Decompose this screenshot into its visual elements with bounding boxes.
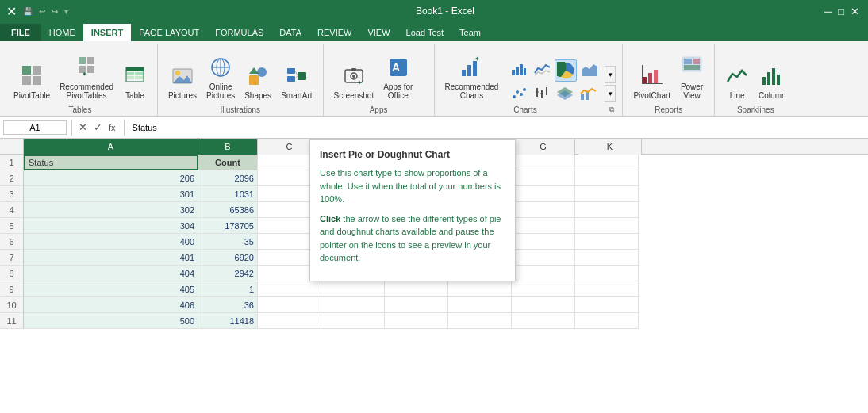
pie-chart-btn[interactable] xyxy=(555,59,577,82)
line-chart-small-btn[interactable] xyxy=(532,59,552,82)
bar-chart-btn[interactable] xyxy=(509,59,529,82)
pivot-chart-btn[interactable]: PivotChart xyxy=(629,62,674,102)
confirm-formula-btn[interactable]: ✓ xyxy=(92,121,104,133)
cell-g7[interactable] xyxy=(512,250,575,266)
cell-e9[interactable] xyxy=(385,281,448,297)
scatter-chart-btn[interactable] xyxy=(509,83,529,102)
cell-a5[interactable]: 304 xyxy=(24,218,198,234)
tab-team[interactable]: Team xyxy=(451,24,489,41)
quick-access-save[interactable]: 💾 xyxy=(23,7,33,16)
cell-g4[interactable] xyxy=(512,202,575,218)
cell-f9[interactable] xyxy=(448,281,512,297)
cell-b6[interactable]: 35 xyxy=(198,234,258,250)
cell-g3[interactable] xyxy=(512,186,575,202)
table-btn[interactable]: Table xyxy=(119,62,151,102)
charts-group-expand-icon[interactable]: ⧉ xyxy=(609,105,614,114)
tab-file[interactable]: FILE xyxy=(0,24,41,41)
cell-a7[interactable]: 401 xyxy=(24,250,198,266)
cell-b4[interactable]: 65386 xyxy=(198,202,258,218)
cell-a9[interactable]: 405 xyxy=(24,281,198,297)
cell-c11[interactable] xyxy=(258,313,321,329)
tab-formulas[interactable]: FORMULAS xyxy=(207,24,271,41)
redo-icon[interactable]: ↪ xyxy=(52,7,58,16)
cell-b2[interactable]: 2096 xyxy=(198,170,258,186)
cell-k4[interactable] xyxy=(575,202,639,218)
name-box[interactable] xyxy=(3,120,67,135)
cell-c10[interactable] xyxy=(258,297,321,313)
cell-a10[interactable]: 406 xyxy=(24,297,198,313)
cell-g9[interactable] xyxy=(512,281,575,297)
cell-k10[interactable] xyxy=(575,297,639,313)
smartart-btn[interactable]: SmartArt xyxy=(277,63,316,102)
cell-b9[interactable]: 1 xyxy=(198,281,258,297)
stock-chart-btn[interactable] xyxy=(532,83,552,102)
column-sparkline-btn[interactable]: Column xyxy=(755,62,789,102)
cell-f10[interactable] xyxy=(448,297,512,313)
cell-g1[interactable] xyxy=(512,155,575,170)
recommended-charts-btn[interactable]: ✦ RecommendedCharts xyxy=(441,53,503,102)
pivot-table-btn[interactable]: PivotTable xyxy=(10,62,54,102)
cell-k9[interactable] xyxy=(575,281,639,297)
cell-g6[interactable] xyxy=(512,234,575,250)
tab-load-test[interactable]: Load Test xyxy=(398,24,452,41)
cell-a2[interactable]: 206 xyxy=(24,170,198,186)
minimize-btn[interactable]: ─ xyxy=(822,5,834,18)
cell-g2[interactable] xyxy=(512,170,575,186)
cell-b8[interactable]: 2942 xyxy=(198,266,258,281)
area-chart-btn[interactable] xyxy=(579,59,600,82)
combo-chart-btn[interactable] xyxy=(578,83,598,102)
cell-g11[interactable] xyxy=(512,313,575,329)
cell-a11[interactable]: 500 xyxy=(24,313,198,329)
col-header-g[interactable]: G xyxy=(512,139,575,155)
surface-chart-btn[interactable] xyxy=(555,83,575,102)
cell-f11[interactable] xyxy=(448,313,512,329)
cell-b7[interactable]: 6920 xyxy=(198,250,258,266)
cancel-formula-btn[interactable]: ✕ xyxy=(77,121,89,133)
shapes-btn[interactable]: Shapes xyxy=(240,63,275,102)
cell-b11[interactable]: 11418 xyxy=(198,313,258,329)
line-sparkline-btn[interactable]: Line xyxy=(721,62,753,102)
undo-icon[interactable]: ↩ xyxy=(39,7,45,16)
charts-expand-btn[interactable]: ▾ xyxy=(605,66,616,83)
screenshot-btn[interactable]: + Screenshot xyxy=(330,63,378,102)
cell-a8[interactable]: 404 xyxy=(24,266,198,281)
cell-k7[interactable] xyxy=(575,250,639,266)
cell-c9[interactable] xyxy=(258,281,321,297)
col-header-b[interactable]: B xyxy=(198,139,258,155)
cell-k3[interactable] xyxy=(575,186,639,202)
cell-k6[interactable] xyxy=(575,234,639,250)
cell-k5[interactable] xyxy=(575,218,639,234)
formula-input[interactable] xyxy=(131,121,865,134)
cell-b10[interactable]: 36 xyxy=(198,297,258,313)
close-btn[interactable]: ✕ xyxy=(848,5,862,18)
cell-d9[interactable] xyxy=(321,281,385,297)
online-pictures-btn[interactable]: OnlinePictures xyxy=(202,55,239,102)
cell-k8[interactable] xyxy=(575,266,639,281)
cell-g5[interactable] xyxy=(512,218,575,234)
cell-b5[interactable]: 178705 xyxy=(198,218,258,234)
power-view-btn[interactable]: PowerView xyxy=(676,53,708,102)
recommended-pivot-tables-btn[interactable]: ✦ RecommendedPivotTables xyxy=(56,53,117,102)
cell-a1[interactable]: Status xyxy=(24,155,198,170)
cell-b1[interactable]: Count xyxy=(198,155,258,170)
charts-dropdown-btn[interactable]: ▾ xyxy=(605,85,616,102)
col-header-k[interactable]: K xyxy=(578,139,642,155)
cell-k2[interactable] xyxy=(575,170,639,186)
tab-view[interactable]: VIEW xyxy=(359,24,398,41)
insert-function-btn[interactable]: fx xyxy=(107,123,117,132)
tab-data[interactable]: DATA xyxy=(271,24,309,41)
cell-d10[interactable] xyxy=(321,297,385,313)
col-header-a[interactable]: A xyxy=(24,139,198,155)
cell-k1[interactable] xyxy=(575,155,639,170)
cell-e10[interactable] xyxy=(385,297,448,313)
pictures-btn[interactable]: Pictures xyxy=(164,63,201,102)
cell-g8[interactable] xyxy=(512,266,575,281)
cell-a6[interactable]: 400 xyxy=(24,234,198,250)
cell-a3[interactable]: 301 xyxy=(24,186,198,202)
tab-home[interactable]: HOME xyxy=(41,24,83,41)
tab-review[interactable]: REVIEW xyxy=(309,24,359,41)
apps-for-office-btn[interactable]: A Apps forOffice xyxy=(379,55,417,102)
tab-insert[interactable]: INSERT xyxy=(83,24,131,41)
cell-e11[interactable] xyxy=(385,313,448,329)
cell-g10[interactable] xyxy=(512,297,575,313)
